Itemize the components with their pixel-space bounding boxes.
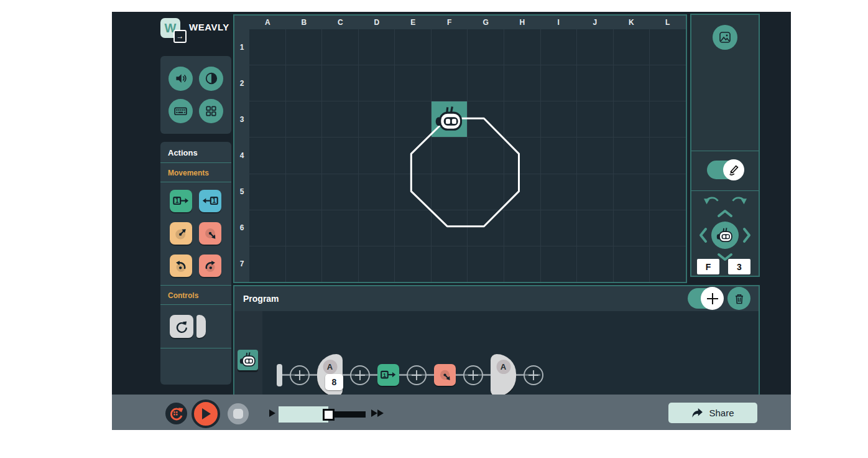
grid-cell [504, 65, 540, 101]
program-block-turn-right-45[interactable] [434, 364, 456, 386]
character-facing-control[interactable] [711, 222, 739, 249]
keyboard-button[interactable] [169, 99, 193, 123]
row-label: 3 [234, 101, 249, 138]
grid-cell [650, 138, 686, 173]
grid-cell [468, 174, 504, 210]
grid-cell [468, 138, 504, 173]
add-node-button[interactable] [350, 365, 370, 385]
grid-cell [504, 246, 540, 282]
scene-grid [249, 29, 686, 282]
column-label: L [650, 16, 686, 29]
grid-cell [286, 101, 322, 137]
column-label: A [249, 16, 286, 29]
grid-cell [541, 246, 577, 282]
svg-text:1: 1 [383, 372, 387, 378]
grid-cell [614, 29, 650, 65]
scene-row-labels: 1234567 [234, 29, 249, 282]
move-left-button[interactable] [699, 227, 708, 243]
grid-cell [322, 246, 358, 282]
grid-cell [504, 210, 540, 246]
robot-icon [716, 227, 734, 244]
turn-right-90-icon [201, 256, 219, 275]
fast-speed-icon [371, 409, 384, 418]
grid-cell [395, 101, 431, 137]
grid-cell [504, 138, 540, 173]
move-up-button[interactable] [717, 209, 733, 218]
program-block-loop-start[interactable]: A8 [317, 354, 343, 396]
controls-label: Controls [160, 286, 231, 304]
grid-cell [322, 65, 358, 101]
column-label: K [613, 16, 650, 29]
pen-toggle[interactable] [707, 161, 743, 179]
audio-button[interactable] [169, 67, 193, 91]
column-label: G [468, 16, 504, 29]
column-label: E [395, 16, 432, 29]
grid-cell [359, 138, 395, 173]
speed-slider[interactable] [279, 406, 366, 423]
program-start-marker [277, 364, 282, 386]
grid-cell [468, 101, 504, 137]
share-label: Share [709, 408, 734, 418]
refresh-button[interactable] [165, 403, 187, 424]
row-label: 5 [234, 174, 249, 210]
palette-block-turn-left-90[interactable] [170, 255, 192, 277]
program-character-chip [238, 350, 258, 370]
grid-cell [359, 29, 395, 65]
column-label: D [359, 16, 395, 29]
column-label: C [322, 16, 359, 29]
play-button[interactable] [192, 400, 220, 428]
contrast-button[interactable] [199, 67, 223, 91]
loop-iterations-input[interactable]: 8 [325, 374, 343, 390]
add-node-button[interactable] [524, 365, 543, 385]
add-node-button[interactable] [407, 365, 427, 385]
delete-all-button[interactable] [727, 287, 750, 310]
program-block-forward-1[interactable]: 1 [377, 364, 399, 386]
grid-cell [359, 101, 395, 137]
undo-button[interactable] [704, 194, 721, 205]
grid-cell [395, 174, 431, 210]
grid-cell [359, 210, 395, 246]
add-node-toggle[interactable] [688, 288, 723, 309]
palette-block-loop[interactable] [160, 305, 231, 338]
grid-cell [395, 210, 431, 246]
background-image-button[interactable] [713, 25, 737, 50]
palette-block-forward-1[interactable]: 1 [170, 190, 192, 212]
grid-cell [395, 65, 431, 101]
program-block-loop-end[interactable]: A [491, 354, 516, 396]
arrow-right-icon: → [173, 30, 187, 43]
add-node-button[interactable] [290, 365, 310, 385]
scene-column-labels: ABCDEFGHIJKL [249, 16, 686, 29]
palette-block-backward-1[interactable]: 1 [199, 190, 221, 212]
page: W → WEAVLY Actions M [0, 0, 868, 458]
share-button[interactable]: Share [668, 403, 757, 423]
weavly-app: W → WEAVLY Actions M [112, 12, 791, 430]
character-column-value[interactable]: F [697, 259, 719, 274]
palette-block-turn-left-45[interactable] [170, 222, 192, 245]
grid-cell [614, 101, 650, 137]
grid-cell [432, 210, 468, 246]
stop-button[interactable] [228, 403, 249, 424]
grid-cell [286, 29, 322, 65]
grid-cell [432, 174, 468, 210]
move-right-button[interactable] [742, 227, 751, 243]
speaker-icon [174, 72, 188, 85]
movements-label: Movements [160, 163, 231, 182]
palette-block-turn-right-45[interactable] [199, 222, 221, 245]
redo-button[interactable] [730, 194, 747, 205]
speed-slider-thumb[interactable] [323, 409, 335, 421]
grid-cell [322, 138, 358, 173]
image-icon [718, 30, 732, 45]
character-row-value[interactable]: 3 [728, 259, 750, 274]
play-icon [200, 407, 212, 421]
contrast-icon [205, 72, 218, 85]
loop-label: A [496, 360, 510, 374]
grid-cell [468, 29, 504, 65]
add-node-button[interactable] [463, 365, 483, 385]
layout-button[interactable] [199, 99, 223, 123]
undo-icon [704, 194, 721, 205]
playback-bar: Share [112, 395, 791, 430]
grid-cell [322, 29, 358, 65]
pen-icon [727, 163, 741, 177]
program-title: Program [243, 286, 279, 311]
palette-block-turn-right-90[interactable] [199, 255, 221, 277]
